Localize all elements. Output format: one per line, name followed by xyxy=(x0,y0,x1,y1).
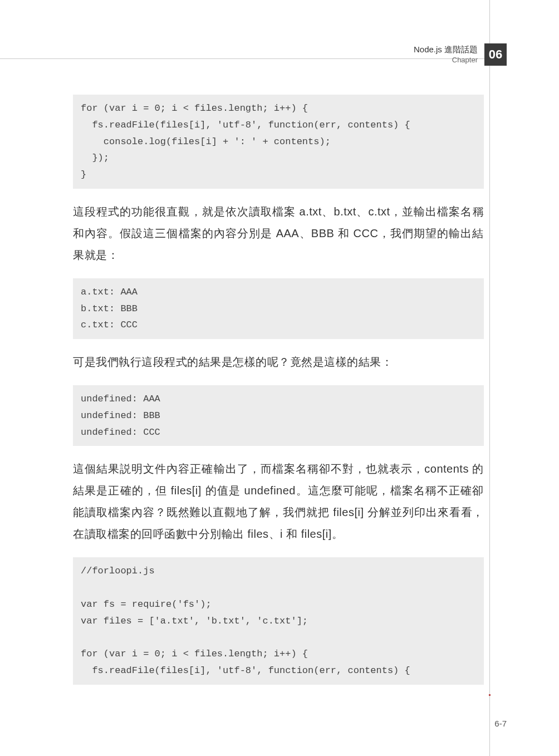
paragraph-3: 這個結果説明文件內容正確輸出了，而檔案名稱卻不對，也就表示，contents 的… xyxy=(73,458,484,545)
paragraph-1: 這段程式的功能很直觀，就是依次讀取檔案 a.txt、b.txt、c.txt，並輸… xyxy=(73,201,484,266)
code-block-4: //forloopi.js var fs = require('fs'); va… xyxy=(73,557,484,684)
header-chapter-label: Chapter xyxy=(414,55,478,65)
corner-marker xyxy=(489,694,491,696)
code-block-2: a.txt: AAA b.txt: BBB c.txt: CCC xyxy=(73,278,484,339)
page-number: 6-7 xyxy=(494,719,507,728)
chapter-badge: 06 xyxy=(484,43,507,66)
header-title: Node.js 進階話題 xyxy=(414,43,478,55)
page-header: Node.js 進階話題 Chapter 06 xyxy=(414,43,507,66)
page-content: for (var i = 0; i < files.length; i++) {… xyxy=(73,95,484,685)
code-block-1: for (var i = 0; i < files.length; i++) {… xyxy=(73,95,484,189)
code-block-3: undefined: AAA undefined: BBB undefined:… xyxy=(73,385,484,446)
header-text-block: Node.js 進階話題 Chapter xyxy=(414,43,478,65)
paragraph-2: 可是我們執行這段程式的結果是怎樣的呢？竟然是這樣的結果： xyxy=(73,351,484,373)
header-vertical-rule xyxy=(489,0,490,756)
